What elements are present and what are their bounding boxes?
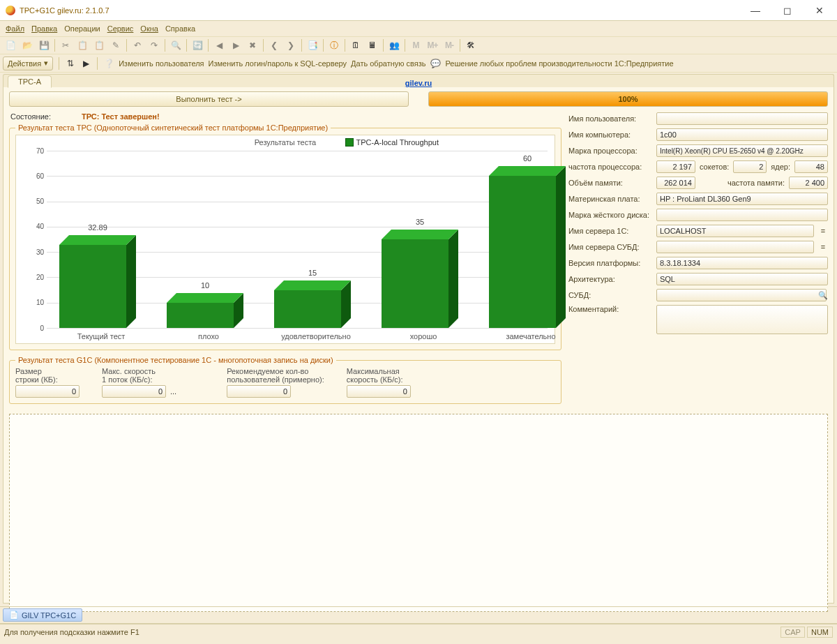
brush-icon[interactable]: ✎ <box>108 38 123 53</box>
progress-bar: 100% <box>428 91 828 107</box>
user-field[interactable] <box>656 112 828 125</box>
subd-field[interactable] <box>656 289 827 301</box>
g1c-row-size-label: Размер строки (КБ): <box>15 367 80 385</box>
search-icon[interactable]: 🔍 <box>818 291 828 300</box>
g1c-row-size-field[interactable]: 0 <box>15 385 80 398</box>
plat-label: Версия платформы: <box>568 259 652 267</box>
mb-label: Материнская плата: <box>568 195 652 203</box>
cancel-icon[interactable]: ✖ <box>245 38 260 53</box>
menu-ops[interactable]: Операции <box>64 24 100 33</box>
ram-freq-field[interactable]: 2 400 <box>789 177 828 189</box>
chevron-down-icon: ▾ <box>44 59 48 68</box>
status-bar: Для получения подсказки нажмите F1 CAP N… <box>0 624 837 639</box>
new-icon[interactable]: 📄 <box>3 38 18 53</box>
work-area: TPC-A gilev.ru Выполнить тест -> 100% Со… <box>0 74 837 604</box>
cpu-brand-label: Марка процессора: <box>568 147 652 155</box>
run-icon[interactable]: ▶ <box>80 58 91 69</box>
menu-windows[interactable]: Окна <box>140 24 158 33</box>
find-icon[interactable]: 🔍 <box>168 38 183 53</box>
mb-field[interactable]: HP : ProLiant DL360 Gen9 <box>656 193 828 205</box>
solve-problems-link[interactable]: Решение любых проблем производительности… <box>446 59 674 68</box>
nav-fwd-icon[interactable]: ❯ <box>283 38 299 53</box>
open-icon[interactable]: 📂 <box>20 38 35 53</box>
sort-icon[interactable]: ⇅ <box>65 58 76 69</box>
sockets-field[interactable]: 2 <box>733 160 767 173</box>
copy-icon[interactable]: 📋 <box>75 38 90 53</box>
close-button[interactable]: ✕ <box>804 1 836 20</box>
redo-icon[interactable]: ↷ <box>146 38 162 53</box>
sysinfo-form: Имя пользователя: Имя компьютера: 1c00 М… <box>568 107 828 410</box>
mdi-task-tab[interactable]: 📄 GILV TPC+G1C <box>3 608 82 622</box>
calc-icon[interactable]: 🖩 <box>365 38 380 53</box>
nav-back-icon[interactable]: ❮ <box>266 38 282 53</box>
num-indicator: NUM <box>807 627 833 638</box>
change-user-link[interactable]: Изменить пользователя <box>119 59 204 68</box>
bar-label-4: 60 <box>489 154 566 163</box>
chart-plot: 32.89 10 <box>47 151 548 328</box>
g1c-max-speed1-field[interactable]: 0 <box>102 385 166 398</box>
change-sql-link[interactable]: Изменить логин/пароль к SQL-серверу <box>209 59 347 68</box>
menu-edit[interactable]: Правка <box>31 24 57 33</box>
chart-legend: TPC-A-local Throughput <box>345 138 439 147</box>
menu-file[interactable]: Файл <box>6 24 24 33</box>
feedback-link[interactable]: Дать обратную связь <box>351 59 425 68</box>
help-icon[interactable]: ❔ <box>103 58 114 69</box>
srvdb-eq: = <box>818 243 828 251</box>
paste-icon[interactable]: 📋 <box>91 38 107 53</box>
users-icon[interactable]: 👥 <box>386 38 402 53</box>
plat-field[interactable]: 8.3.18.1334 <box>656 257 828 269</box>
cpu-brand-field[interactable]: Intel(R) Xeon(R) CPU E5-2650 v4 @ 2.20GH… <box>656 144 828 157</box>
srv1c-label: Имя сервера 1С: <box>568 227 652 235</box>
fwd-icon[interactable]: ▶ <box>228 38 243 53</box>
cores-field[interactable]: 48 <box>794 160 828 173</box>
status-hint: Для получения подсказки нажмите F1 <box>4 628 140 636</box>
arch-label: Архитектура: <box>568 275 652 283</box>
srvdb-field[interactable] <box>656 241 814 253</box>
mdi-task-label: GILV TPC+G1C <box>22 611 76 620</box>
back-icon[interactable]: ◀ <box>211 38 227 53</box>
tab-tpc-a[interactable]: TPC-A <box>8 75 52 88</box>
comment-icon[interactable]: 💬 <box>430 58 442 69</box>
mdi-task-row: 📄 GILV TPC+G1C <box>0 606 837 624</box>
ram-field[interactable]: 262 014 <box>656 177 695 189</box>
m-icon[interactable]: M <box>408 38 423 53</box>
copy-special-icon[interactable]: 📑 <box>305 38 320 53</box>
g1c-max-speed2-field[interactable]: 0 <box>347 385 411 398</box>
refresh-icon[interactable]: 🔄 <box>190 38 205 53</box>
comment-field[interactable] <box>656 305 828 334</box>
cut-icon[interactable]: ✂ <box>58 38 73 53</box>
xlabel-3: хорошо <box>382 332 465 340</box>
pc-field[interactable]: 1c00 <box>656 128 828 141</box>
mminus-icon[interactable]: M- <box>442 38 457 53</box>
status-value: ТРС: Тест завершен! <box>82 112 160 121</box>
site-url-link[interactable]: gilev.ru <box>405 79 432 87</box>
info-icon[interactable]: ⓘ <box>326 38 342 53</box>
hdd-field[interactable] <box>656 209 828 221</box>
actions-dropdown[interactable]: Действия▾ <box>3 57 53 70</box>
titlebar: TPC+G1C gilev.ru: 2.1.0.7 — ◻ ✕ <box>0 0 837 21</box>
menu-service[interactable]: Сервис <box>107 24 134 33</box>
g1c-ellipsis: ... <box>170 387 176 396</box>
run-test-button[interactable]: Выполнить тест -> <box>9 91 409 107</box>
main-toolbar: 📄 📂 💾 ✂ 📋 📋 ✎ ↶ ↷ 🔍 🔄 ◀ ▶ ✖ ❮ ❯ 📑 ⓘ 🗓 🖩 … <box>0 36 837 54</box>
calendar-icon[interactable]: 🗓 <box>348 38 363 53</box>
maximize-button[interactable]: ◻ <box>771 1 804 20</box>
srv1c-field[interactable]: LOCALHOST <box>656 225 814 237</box>
settings-icon[interactable]: 🛠 <box>463 38 478 53</box>
save-icon[interactable]: 💾 <box>36 38 52 53</box>
xlabel-0: Текущий тест <box>59 332 143 340</box>
g1c-rec-users-field[interactable]: 0 <box>227 385 291 398</box>
mplus-icon[interactable]: M+ <box>425 38 440 53</box>
minimize-button[interactable]: — <box>739 1 771 20</box>
app-icon <box>6 6 15 15</box>
cpu-freq-field[interactable]: 2 197 <box>656 160 695 173</box>
ram-freq-label: частота памяти: <box>700 179 785 187</box>
arch-field[interactable]: SQL <box>656 273 828 285</box>
menu-help[interactable]: Справка <box>165 24 195 33</box>
results-list[interactable] <box>9 414 828 612</box>
undo-icon[interactable]: ↶ <box>130 38 145 53</box>
tab-row: TPC-A gilev.ru <box>3 74 834 87</box>
sockets-label: сокетов: <box>700 163 729 171</box>
xlabel-1: плохо <box>167 332 250 340</box>
bar-label-0: 32.89 <box>59 223 136 232</box>
